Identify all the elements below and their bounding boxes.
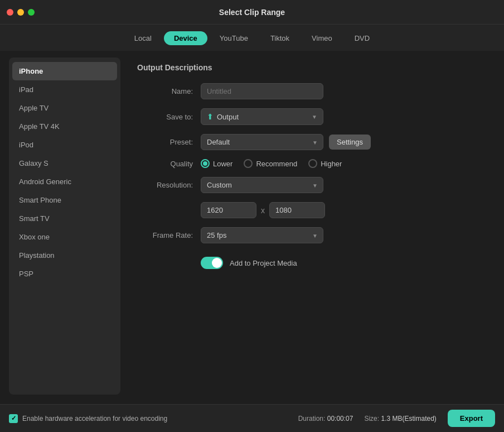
sidebar-item-smart-phone[interactable]: Smart Phone [9, 191, 120, 209]
quality-options: Lower Recommend Higher [201, 159, 342, 168]
tabs-bar: Local Device YouTube Tiktok Vimeo DVD [0, 25, 504, 51]
duration-stat: Duration: 00:00:07 [298, 415, 353, 423]
quality-lower-label: Lower [213, 160, 232, 168]
tab-local[interactable]: Local [124, 31, 162, 45]
preset-controls: Default ▼ Settings [201, 134, 371, 150]
toggle-row: Add to Project Media [201, 257, 478, 269]
save-to-dropdown[interactable]: ⬆ Output ▼ [201, 108, 323, 125]
resolution-height-input[interactable] [269, 202, 325, 218]
sidebar-item-smart-tv[interactable]: Smart TV [9, 209, 120, 228]
sidebar-item-apple-tv-4k[interactable]: Apple TV 4K [9, 117, 120, 136]
quality-lower-radio-inner [203, 161, 207, 166]
frame-rate-row: Frame Rate: 25 fps ▼ [137, 227, 478, 243]
quality-recommend-label: Recommend [256, 160, 297, 168]
resolution-select[interactable]: Custom [201, 177, 323, 193]
hw-accel-checkbox[interactable]: ✓ [9, 414, 18, 423]
resolution-select-wrap: Custom ▼ [201, 177, 323, 193]
tab-tiktok[interactable]: Tiktok [260, 31, 299, 45]
sidebar: iPhone iPad Apple TV Apple TV 4K iPod Ga… [9, 57, 120, 395]
save-to-label: Save to: [137, 113, 193, 121]
name-label: Name: [137, 87, 193, 95]
hw-accel-wrap: ✓ Enable hardware acceleration for video… [9, 414, 287, 423]
resolution-label: Resolution: [137, 181, 193, 189]
main-content: iPhone iPad Apple TV Apple TV 4K iPod Ga… [0, 51, 504, 401]
resolution-separator: x [261, 206, 265, 215]
sidebar-item-ipod[interactable]: iPod [9, 136, 120, 154]
duration-value: 00:00:07 [327, 415, 353, 423]
tab-vimeo[interactable]: Vimeo [302, 31, 342, 45]
resolution-inputs: x [201, 202, 478, 218]
duration-label: Duration: [298, 415, 326, 423]
titlebar: Select Clip Range [0, 0, 504, 25]
export-button[interactable]: Export [448, 410, 495, 427]
checkmark-icon: ✓ [11, 415, 16, 422]
right-panel: Output Descriptions Name: Save to: ⬆ Out… [120, 57, 495, 395]
resolution-width-input[interactable] [201, 202, 256, 218]
tab-device[interactable]: Device [164, 31, 207, 45]
save-to-icon: ⬆ [207, 112, 214, 121]
sidebar-item-playstation[interactable]: Playstation [9, 246, 120, 265]
quality-higher-option[interactable]: Higher [308, 159, 342, 168]
resolution-row: Resolution: Custom ▼ [137, 177, 478, 193]
size-stat: Size: 1.3 MB(Estimated) [364, 415, 436, 423]
frame-rate-select-wrap: 25 fps ▼ [201, 227, 323, 243]
name-input[interactable] [201, 83, 323, 99]
sidebar-item-iphone[interactable]: iPhone [12, 62, 117, 80]
minimize-button[interactable] [17, 9, 24, 16]
sidebar-item-ipad[interactable]: iPad [9, 80, 120, 99]
add-to-project-toggle[interactable] [201, 257, 223, 269]
close-button[interactable] [7, 9, 13, 16]
frame-rate-select[interactable]: 25 fps [201, 227, 323, 243]
sidebar-item-android-generic[interactable]: Android Generic [9, 172, 120, 191]
sidebar-item-xbox-one[interactable]: Xbox one [9, 228, 120, 246]
sidebar-item-galaxy-s[interactable]: Galaxy S [9, 154, 120, 172]
sidebar-item-psp[interactable]: PSP [9, 265, 120, 283]
toggle-label: Add to Project Media [230, 259, 297, 267]
save-to-chevron-icon: ▼ [312, 114, 317, 120]
quality-higher-radio[interactable] [308, 159, 317, 168]
panel-title: Output Descriptions [137, 63, 478, 72]
tab-dvd[interactable]: DVD [345, 31, 380, 45]
bottom-stats: Duration: 00:00:07 Size: 1.3 MB(Estimate… [298, 415, 437, 423]
preset-select[interactable]: Default [201, 134, 323, 150]
maximize-button[interactable] [28, 9, 35, 16]
toggle-knob [212, 258, 222, 268]
size-label: Size: [364, 415, 379, 423]
preset-select-wrap: Default ▼ [201, 134, 323, 150]
quality-row: Quality Lower Recommend Higher [137, 159, 478, 168]
quality-recommend-radio[interactable] [244, 159, 253, 168]
traffic-lights [7, 9, 35, 16]
size-value: 1.3 MB(Estimated) [381, 415, 436, 423]
tab-youtube[interactable]: YouTube [210, 31, 258, 45]
settings-button[interactable]: Settings [329, 135, 371, 150]
hw-accel-label: Enable hardware acceleration for video e… [22, 415, 167, 423]
bottom-bar: ✓ Enable hardware acceleration for video… [0, 404, 504, 432]
quality-label: Quality [137, 160, 193, 168]
quality-lower-option[interactable]: Lower [201, 159, 232, 168]
name-row: Name: [137, 83, 478, 99]
preset-label: Preset: [137, 138, 193, 146]
quality-lower-radio[interactable] [201, 159, 210, 168]
save-to-value: Output [217, 113, 308, 121]
window-title: Select Clip Range [219, 8, 285, 17]
frame-rate-label: Frame Rate: [137, 231, 193, 239]
sidebar-item-apple-tv[interactable]: Apple TV [9, 99, 120, 117]
save-to-row: Save to: ⬆ Output ▼ [137, 108, 478, 125]
quality-recommend-option[interactable]: Recommend [244, 159, 297, 168]
quality-higher-label: Higher [321, 160, 342, 168]
preset-row: Preset: Default ▼ Settings [137, 134, 478, 150]
